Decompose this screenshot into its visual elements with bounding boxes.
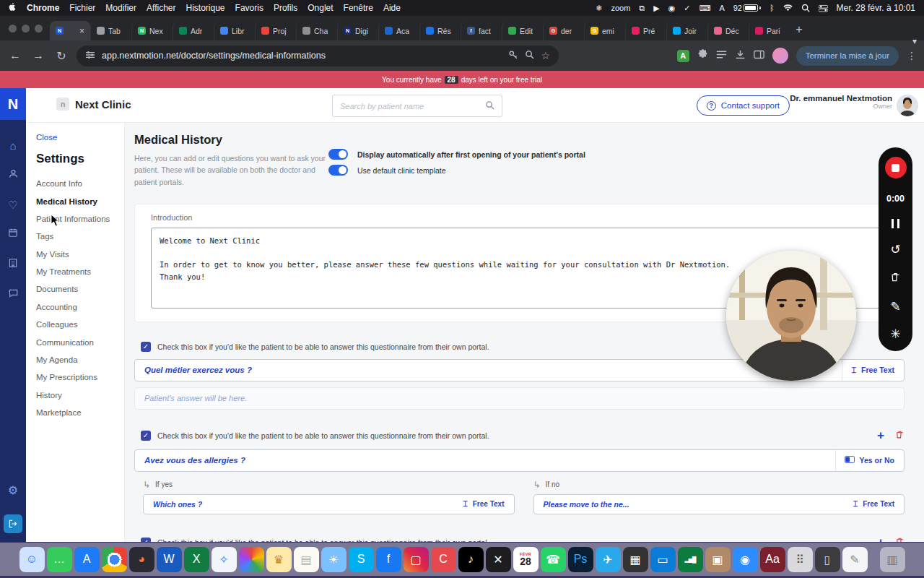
weather[interactable]: ☀ — [321, 547, 346, 572]
tab[interactable]: G der — [543, 21, 584, 40]
bookmark-star-icon[interactable]: ☆ — [541, 50, 550, 61]
patient-search[interactable] — [332, 95, 502, 117]
input-source-icon[interactable]: A — [719, 4, 724, 12]
forward-button[interactable]: → — [30, 49, 46, 62]
sidebar-close-link[interactable]: Close — [36, 133, 124, 142]
tab-search-caret-icon[interactable]: ▾ — [912, 36, 917, 46]
sidebar-item[interactable]: My Visits — [36, 246, 124, 263]
if-yes-type[interactable]: ⌶ Free Text — [463, 495, 504, 514]
excel[interactable]: X — [184, 547, 209, 572]
sidebar-item[interactable]: History — [36, 387, 124, 404]
play-icon[interactable]: ▶ — [653, 4, 659, 13]
reload-button[interactable]: ↻ — [53, 49, 69, 63]
logout-icon[interactable] — [4, 514, 22, 533]
finish-update-button[interactable]: Terminer la mise à jour — [796, 46, 899, 66]
delete-question-icon[interactable] — [895, 429, 905, 442]
calendar[interactable]: FÉVR28 — [513, 547, 539, 572]
patients-icon[interactable] — [8, 168, 19, 182]
menubar-clock[interactable]: Mer. 28 févr. à 10:01 — [837, 3, 915, 13]
textedit[interactable]: ✎ — [842, 547, 868, 572]
adblock-extension-icon[interactable]: A — [677, 50, 689, 62]
zoom-page-icon[interactable] — [525, 50, 534, 61]
if-yes-question-input[interactable]: Which ones ? ⌶ Free Text — [143, 494, 515, 514]
if-yes-question-text[interactable]: Which ones ? — [153, 500, 202, 509]
firefox[interactable]: ◕ — [129, 547, 154, 572]
tab[interactable]: N Nex — [131, 21, 173, 40]
menubar-item-historique[interactable]: Historique — [186, 3, 225, 13]
back-button[interactable]: ← — [7, 49, 23, 62]
password-key-icon[interactable] — [508, 50, 518, 62]
display-auto-toggle[interactable] — [328, 149, 348, 160]
menubar-item-onglet[interactable]: Onglet — [308, 3, 333, 13]
menubar-item-fenetre[interactable]: Fenêtre — [344, 3, 373, 13]
enhance-recording-icon[interactable]: ✳ — [890, 328, 900, 340]
archive-app[interactable]: ▣ — [705, 547, 731, 572]
safari[interactable]: ✧ — [212, 547, 237, 572]
x-app[interactable]: ✕ — [486, 547, 511, 572]
messages[interactable]: … — [47, 547, 72, 572]
tab[interactable]: Tab — [90, 21, 131, 40]
new-tab-button[interactable]: + — [790, 20, 808, 39]
default-template-toggle[interactable] — [328, 165, 348, 176]
if-no-question-input[interactable]: Please move to the ne... ⌶ Free Text — [533, 494, 905, 514]
sidebar-item[interactable]: Medical History — [36, 192, 124, 210]
tab[interactable]: Proj — [255, 21, 296, 40]
sidebar-item[interactable]: Documents — [36, 280, 124, 298]
screen-mirror-icon[interactable]: ⧉ — [639, 4, 645, 13]
battery-indicator[interactable]: 92 — [733, 4, 761, 12]
word[interactable]: W — [157, 547, 182, 572]
if-no-type[interactable]: ⌶ Free Text — [853, 495, 894, 514]
question-1-type[interactable]: ⌶ Free Text — [842, 360, 894, 381]
tab[interactable]: Libr — [214, 21, 255, 40]
window-close-button[interactable] — [9, 25, 17, 33]
sidebar-item[interactable]: Colleagues — [36, 316, 124, 333]
downloads-icon[interactable] — [735, 49, 746, 63]
contact-support-button[interactable]: ? Contact support — [697, 95, 790, 116]
launchpad[interactable]: ⠿ — [788, 547, 813, 572]
control-center-icon[interactable] — [819, 4, 828, 12]
doctor-avatar[interactable] — [897, 95, 918, 116]
window-minimize-button[interactable] — [22, 25, 30, 33]
window-zoom-button[interactable] — [35, 25, 43, 33]
sidebar-item[interactable]: Patient Informations — [36, 210, 124, 228]
patient-search-input[interactable] — [340, 102, 479, 111]
facebook[interactable]: f — [376, 547, 401, 572]
chat-icon[interactable] — [8, 288, 19, 301]
photos-sphere[interactable] — [239, 547, 264, 572]
stop-recording-button[interactable] — [885, 157, 907, 178]
tab[interactable]: f fact — [461, 21, 502, 40]
sidebar-item[interactable]: Tags — [36, 228, 124, 245]
menubar-item-aide[interactable]: Aide — [383, 3, 401, 13]
photoshop[interactable]: Ps — [568, 547, 593, 572]
search-icon[interactable] — [485, 100, 494, 113]
sidebar-item[interactable]: Marketplace — [36, 404, 124, 421]
pineapple[interactable]: ♛ — [266, 547, 292, 572]
edit-recording-icon[interactable]: ✎ — [890, 301, 900, 313]
tab[interactable]: Adr — [173, 21, 214, 40]
skype[interactable]: S — [349, 547, 374, 572]
stocks[interactable]: ▂▅█ — [678, 547, 703, 572]
zoom[interactable]: ◉ — [733, 547, 758, 572]
spotlight-search-icon[interactable] — [801, 4, 810, 12]
camera-app[interactable]: ▢ — [404, 547, 429, 572]
restart-recording-icon[interactable]: ↺ — [890, 243, 900, 256]
font-book[interactable]: Aa — [760, 547, 785, 572]
reading-list-icon[interactable] — [716, 49, 727, 62]
menubar-item-afficher[interactable]: Afficher — [147, 3, 175, 13]
tab[interactable]: Pari — [749, 21, 790, 40]
favorites-heart-icon[interactable]: ♡ — [8, 199, 17, 210]
tab[interactable]: Déc — [707, 21, 749, 40]
side-panel-icon[interactable] — [754, 49, 764, 62]
remote-desktop[interactable]: ▭ — [650, 547, 676, 572]
tab-close-icon[interactable]: × — [79, 26, 84, 36]
clinic-icon[interactable] — [8, 258, 18, 271]
menubar-app-name[interactable]: Chrome — [27, 3, 59, 13]
webcam-preview[interactable] — [726, 251, 856, 381]
telegram[interactable]: ✈ — [596, 547, 621, 572]
question-2-input[interactable]: Avez vous des allergies ? Yes or No — [134, 449, 905, 472]
keyboard-icon[interactable]: ⌨ — [699, 4, 711, 13]
browser-profile-avatar[interactable] — [772, 48, 788, 64]
menubar-item-fichier[interactable]: Fichier — [69, 3, 95, 13]
sidebar-item[interactable]: My Prescriptions — [36, 368, 124, 386]
extensions-puzzle-icon[interactable] — [697, 49, 708, 63]
